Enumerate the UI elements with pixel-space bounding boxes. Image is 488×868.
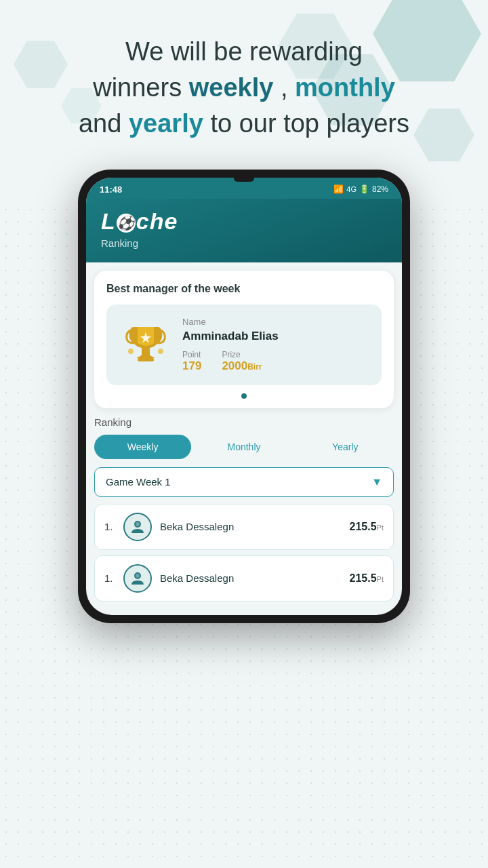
phone-frame: 11:48 📶 4G 🔋 82% Lche Ranking (78, 170, 410, 623)
header-line2-mid: , (273, 73, 295, 102)
header-line2-pre: winners (93, 73, 189, 102)
signal-icon: 4G (346, 185, 357, 193)
winner-info: Name Amminadab Elias Point 179 Prize (182, 317, 369, 373)
header-weekly: weekly (189, 73, 274, 102)
header-monthly: monthly (295, 73, 395, 102)
winner-name: Amminadab Elias (182, 330, 369, 343)
best-manager-title: Best manager of the week (106, 283, 382, 295)
prize-value: 2000Birr (222, 359, 262, 373)
player-score-1: 215.5Pt (350, 521, 384, 533)
point-value: 179 (182, 359, 201, 373)
trophy-icon (119, 317, 173, 372)
svg-point-8 (136, 574, 140, 578)
svg-rect-1 (140, 355, 151, 358)
game-week-dropdown[interactable]: Game Week 1 ▼ (94, 467, 394, 497)
header-line3-pre: and (79, 109, 129, 138)
status-icons: 📶 4G 🔋 82% (333, 184, 388, 194)
tab-yearly[interactable]: Yearly (297, 435, 394, 459)
logo-che: che (136, 208, 178, 234)
winner-card: Name Amminadab Elias Point 179 Prize (106, 304, 382, 385)
player-avatar-icon-2 (129, 570, 146, 587)
svg-point-3 (128, 349, 134, 354)
player-avatar-1 (123, 513, 152, 541)
tab-weekly[interactable]: Weekly (94, 435, 191, 459)
app-subtitle: Ranking (101, 237, 387, 249)
prize-label: Prize (222, 350, 262, 359)
header-line3-post: to our top players (203, 109, 409, 138)
wifi-icon: 📶 (333, 184, 344, 194)
app-header: Lche Ranking (86, 199, 402, 262)
winner-name-label: Name (182, 317, 369, 327)
header-text: We will be rewarding winners weekly , mo… (79, 34, 409, 142)
svg-point-6 (136, 522, 140, 526)
best-manager-card: Best manager of the week (94, 271, 394, 408)
status-bar: 11:48 📶 4G 🔋 82% (86, 178, 402, 199)
rank-number-1: 1. (104, 521, 115, 532)
status-time: 11:48 (100, 184, 122, 195)
dropdown-arrow-icon: ▼ (371, 476, 382, 488)
header-yearly: yearly (129, 109, 203, 138)
winner-stats: Point 179 Prize 2000Birr (182, 350, 369, 373)
player-name-2: Beka Dessalegn (160, 572, 342, 584)
tab-bar: Weekly Monthly Yearly (94, 435, 394, 459)
player-name-1: Beka Dessalegn (160, 521, 342, 532)
player-avatar-2 (123, 564, 152, 593)
player-avatar-icon-1 (129, 518, 146, 536)
phone-mockup: 11:48 📶 4G 🔋 82% Lche Ranking (78, 170, 410, 623)
ranking-row-1: 1. Beka Dessalegn 215.5Pt (94, 504, 394, 550)
phone-screen: 11:48 📶 4G 🔋 82% Lche Ranking (86, 178, 402, 615)
header-line1: We will be rewarding (125, 37, 363, 66)
dot-1 (241, 393, 247, 399)
logo-l: L (101, 208, 116, 234)
ranking-label: Ranking (94, 416, 394, 428)
app-logo: Lche (101, 208, 387, 235)
battery-icon: 🔋 (359, 184, 369, 194)
prize-stat: Prize 2000Birr (222, 350, 262, 373)
rank-number-2: 1. (104, 572, 115, 584)
carousel-dots (106, 393, 382, 399)
ranking-row-2: 1. Beka Dessalegn 215.5Pt (94, 555, 394, 601)
svg-rect-2 (138, 358, 154, 361)
header-section: We will be rewarding winners weekly , mo… (38, 0, 450, 163)
svg-point-4 (158, 349, 163, 354)
dropdown-value: Game Week 1 (106, 476, 171, 488)
point-stat: Point 179 (182, 350, 201, 373)
prize-unit: Birr (247, 362, 262, 372)
tab-monthly[interactable]: Monthly (195, 435, 292, 459)
battery-percent: 82% (372, 184, 388, 194)
logo-ball-icon (117, 214, 136, 233)
ranking-section: Ranking Weekly Monthly Yearly Game Week … (86, 416, 402, 615)
player-score-2: 215.5Pt (350, 572, 384, 585)
point-label: Point (182, 350, 201, 359)
prize-amount: 2000 (222, 359, 247, 372)
